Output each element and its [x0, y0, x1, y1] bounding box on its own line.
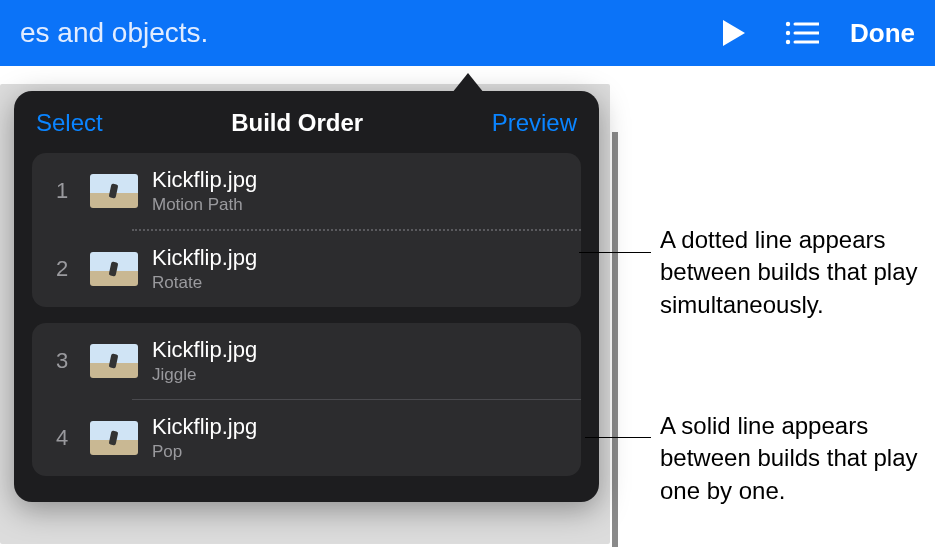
build-text: Kickflip.jpg Rotate	[152, 245, 257, 293]
build-index: 3	[48, 348, 76, 374]
select-button[interactable]: Select	[36, 109, 103, 137]
svg-point-3	[786, 31, 790, 35]
thumbnail-icon	[90, 344, 138, 378]
toolbar-right: Done	[714, 13, 915, 53]
thumbnail-icon	[90, 174, 138, 208]
build-group: 3 Kickflip.jpg Jiggle 4 Kickflip.jpg Pop	[32, 323, 581, 476]
callout-dotted: A dotted line appears between builds tha…	[660, 224, 920, 321]
popover-header: Select Build Order Preview	[32, 109, 581, 137]
build-row[interactable]: 4 Kickflip.jpg Pop	[32, 400, 581, 476]
build-order-list-icon[interactable]	[782, 13, 822, 53]
build-index: 1	[48, 178, 76, 204]
build-subtitle: Motion Path	[152, 195, 257, 215]
svg-point-5	[786, 40, 790, 44]
build-title: Kickflip.jpg	[152, 167, 257, 193]
build-text: Kickflip.jpg Pop	[152, 414, 257, 462]
callout-leader-line	[579, 252, 651, 253]
build-text: Kickflip.jpg Jiggle	[152, 337, 257, 385]
build-index: 4	[48, 425, 76, 451]
build-subtitle: Rotate	[152, 273, 257, 293]
build-row[interactable]: 1 Kickflip.jpg Motion Path	[32, 153, 581, 229]
build-index: 2	[48, 256, 76, 282]
toolbar: es and objects. Done	[0, 0, 935, 66]
thumbnail-icon	[90, 421, 138, 455]
build-row[interactable]: 3 Kickflip.jpg Jiggle	[32, 323, 581, 399]
popover-title: Build Order	[231, 109, 363, 137]
panel-edge	[612, 132, 618, 547]
build-title: Kickflip.jpg	[152, 245, 257, 271]
build-text: Kickflip.jpg Motion Path	[152, 167, 257, 215]
stage: Select Build Order Preview 1 Kickflip.jp…	[0, 66, 935, 547]
play-icon[interactable]	[714, 13, 754, 53]
build-subtitle: Jiggle	[152, 365, 257, 385]
build-row[interactable]: 2 Kickflip.jpg Rotate	[32, 231, 581, 307]
build-order-popover: Select Build Order Preview 1 Kickflip.jp…	[14, 91, 599, 502]
thumbnail-icon	[90, 252, 138, 286]
callout-leader-line	[585, 437, 651, 438]
svg-marker-0	[723, 20, 745, 46]
popover-arrow-icon	[452, 73, 484, 93]
build-group: 1 Kickflip.jpg Motion Path 2 Kickflip.jp…	[32, 153, 581, 307]
popover-body: Select Build Order Preview 1 Kickflip.jp…	[14, 91, 599, 502]
build-title: Kickflip.jpg	[152, 337, 257, 363]
svg-point-1	[786, 22, 790, 26]
callout-solid: A solid line appears between builds that…	[660, 410, 920, 507]
done-button[interactable]: Done	[850, 18, 915, 49]
build-subtitle: Pop	[152, 442, 257, 462]
preview-button[interactable]: Preview	[492, 109, 577, 137]
toolbar-caption-fragment: es and objects.	[20, 17, 714, 49]
build-title: Kickflip.jpg	[152, 414, 257, 440]
